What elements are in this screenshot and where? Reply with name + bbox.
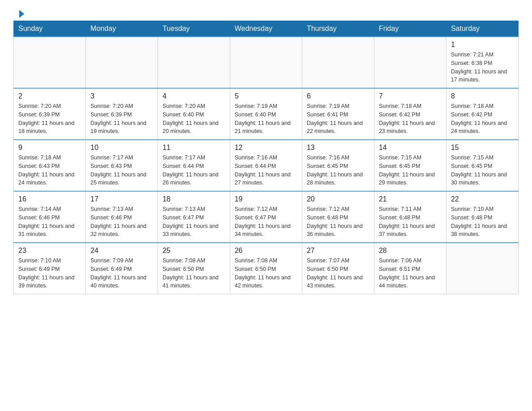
day-info: Sunrise: 7:21 AM Sunset: 6:38 PM Dayligh…: [451, 51, 514, 84]
calendar-cell: 24Sunrise: 7:09 AM Sunset: 6:49 PM Dayli…: [86, 243, 158, 294]
calendar-cell: 27Sunrise: 7:07 AM Sunset: 6:50 PM Dayli…: [302, 243, 374, 294]
calendar-week-row: 1Sunrise: 7:21 AM Sunset: 6:38 PM Daylig…: [14, 37, 519, 88]
day-number: 21: [379, 195, 442, 203]
day-info: Sunrise: 7:19 AM Sunset: 6:40 PM Dayligh…: [235, 102, 297, 136]
day-info: Sunrise: 7:09 AM Sunset: 6:49 PM Dayligh…: [90, 257, 153, 290]
day-number: 19: [235, 195, 297, 203]
calendar-week-row: 16Sunrise: 7:14 AM Sunset: 6:46 PM Dayli…: [14, 191, 519, 243]
calendar-cell: [86, 37, 158, 88]
calendar-table: SundayMondayTuesdayWednesdayThursdayFrid…: [13, 21, 519, 294]
day-info: Sunrise: 7:06 AM Sunset: 6:51 PM Dayligh…: [379, 257, 442, 290]
calendar-cell: [446, 243, 518, 294]
logo: [13, 9, 24, 16]
day-number: 28: [379, 247, 442, 255]
day-info: Sunrise: 7:12 AM Sunset: 6:48 PM Dayligh…: [307, 205, 369, 239]
calendar-cell: 18Sunrise: 7:13 AM Sunset: 6:47 PM Dayli…: [158, 191, 230, 243]
day-number: 10: [90, 144, 153, 152]
column-header-thursday: Thursday: [302, 21, 374, 37]
calendar-cell: [374, 37, 446, 88]
calendar-cell: 10Sunrise: 7:17 AM Sunset: 6:43 PM Dayli…: [86, 140, 158, 191]
day-info: Sunrise: 7:15 AM Sunset: 6:45 PM Dayligh…: [379, 154, 442, 187]
day-number: 6: [307, 92, 369, 100]
day-info: Sunrise: 7:18 AM Sunset: 6:42 PM Dayligh…: [451, 102, 514, 136]
day-info: Sunrise: 7:10 AM Sunset: 6:49 PM Dayligh…: [18, 257, 81, 290]
day-info: Sunrise: 7:11 AM Sunset: 6:48 PM Dayligh…: [379, 205, 442, 239]
day-number: 12: [235, 144, 297, 152]
day-number: 2: [18, 92, 81, 100]
calendar-cell: 17Sunrise: 7:13 AM Sunset: 6:46 PM Dayli…: [86, 191, 158, 243]
day-number: 20: [307, 195, 369, 203]
calendar-cell: 9Sunrise: 7:18 AM Sunset: 6:43 PM Daylig…: [14, 140, 86, 191]
calendar-cell: 6Sunrise: 7:19 AM Sunset: 6:41 PM Daylig…: [302, 88, 374, 140]
column-header-sunday: Sunday: [14, 21, 86, 37]
day-info: Sunrise: 7:16 AM Sunset: 6:45 PM Dayligh…: [307, 154, 369, 187]
day-number: 14: [379, 144, 442, 152]
calendar-cell: 25Sunrise: 7:08 AM Sunset: 6:50 PM Dayli…: [158, 243, 230, 294]
calendar-cell: 22Sunrise: 7:10 AM Sunset: 6:48 PM Dayli…: [446, 191, 518, 243]
day-info: Sunrise: 7:16 AM Sunset: 6:44 PM Dayligh…: [235, 154, 297, 187]
day-number: 3: [90, 92, 153, 100]
day-number: 16: [18, 195, 81, 203]
calendar-cell: 3Sunrise: 7:20 AM Sunset: 6:39 PM Daylig…: [86, 88, 158, 140]
day-info: Sunrise: 7:14 AM Sunset: 6:46 PM Dayligh…: [18, 205, 81, 239]
day-number: 24: [90, 247, 153, 255]
calendar-cell: [302, 37, 374, 88]
day-number: 27: [307, 247, 369, 255]
column-header-tuesday: Tuesday: [158, 21, 230, 37]
day-number: 11: [163, 144, 225, 152]
day-info: Sunrise: 7:20 AM Sunset: 6:39 PM Dayligh…: [90, 102, 153, 136]
day-number: 9: [18, 144, 81, 152]
logo-flag-icon: [14, 9, 24, 19]
day-info: Sunrise: 7:07 AM Sunset: 6:50 PM Dayligh…: [307, 257, 369, 290]
day-info: Sunrise: 7:13 AM Sunset: 6:46 PM Dayligh…: [90, 205, 153, 239]
day-info: Sunrise: 7:13 AM Sunset: 6:47 PM Dayligh…: [163, 205, 225, 239]
calendar-cell: 23Sunrise: 7:10 AM Sunset: 6:49 PM Dayli…: [14, 243, 86, 294]
calendar-cell: 21Sunrise: 7:11 AM Sunset: 6:48 PM Dayli…: [374, 191, 446, 243]
calendar-cell: 1Sunrise: 7:21 AM Sunset: 6:38 PM Daylig…: [446, 37, 518, 88]
calendar-cell: 14Sunrise: 7:15 AM Sunset: 6:45 PM Dayli…: [374, 140, 446, 191]
calendar-cell: 8Sunrise: 7:18 AM Sunset: 6:42 PM Daylig…: [446, 88, 518, 140]
column-header-saturday: Saturday: [446, 21, 518, 37]
column-header-monday: Monday: [86, 21, 158, 37]
day-number: 5: [235, 92, 297, 100]
day-number: 7: [379, 92, 442, 100]
calendar-week-row: 9Sunrise: 7:18 AM Sunset: 6:43 PM Daylig…: [14, 140, 519, 191]
day-info: Sunrise: 7:08 AM Sunset: 6:50 PM Dayligh…: [235, 257, 297, 290]
calendar-header-row: SundayMondayTuesdayWednesdayThursdayFrid…: [14, 21, 519, 37]
day-info: Sunrise: 7:19 AM Sunset: 6:41 PM Dayligh…: [307, 102, 369, 136]
day-info: Sunrise: 7:15 AM Sunset: 6:45 PM Dayligh…: [451, 154, 514, 187]
calendar-cell: 20Sunrise: 7:12 AM Sunset: 6:48 PM Dayli…: [302, 191, 374, 243]
day-info: Sunrise: 7:08 AM Sunset: 6:50 PM Dayligh…: [163, 257, 225, 290]
day-info: Sunrise: 7:20 AM Sunset: 6:39 PM Dayligh…: [18, 102, 81, 136]
calendar-cell: 16Sunrise: 7:14 AM Sunset: 6:46 PM Dayli…: [14, 191, 86, 243]
calendar-cell: 28Sunrise: 7:06 AM Sunset: 6:51 PM Dayli…: [374, 243, 446, 294]
day-number: 25: [163, 247, 225, 255]
day-info: Sunrise: 7:12 AM Sunset: 6:47 PM Dayligh…: [235, 205, 297, 239]
calendar-cell: 5Sunrise: 7:19 AM Sunset: 6:40 PM Daylig…: [230, 88, 302, 140]
calendar-cell: [158, 37, 230, 88]
day-number: 18: [163, 195, 225, 203]
calendar-cell: 13Sunrise: 7:16 AM Sunset: 6:45 PM Dayli…: [302, 140, 374, 191]
day-number: 22: [451, 195, 514, 203]
calendar-cell: 2Sunrise: 7:20 AM Sunset: 6:39 PM Daylig…: [14, 88, 86, 140]
day-number: 1: [451, 41, 514, 49]
calendar-cell: 19Sunrise: 7:12 AM Sunset: 6:47 PM Dayli…: [230, 191, 302, 243]
day-number: 26: [235, 247, 297, 255]
day-info: Sunrise: 7:20 AM Sunset: 6:40 PM Dayligh…: [163, 102, 225, 136]
column-header-wednesday: Wednesday: [230, 21, 302, 37]
page-header: [13, 9, 519, 16]
calendar-week-row: 23Sunrise: 7:10 AM Sunset: 6:49 PM Dayli…: [14, 243, 519, 294]
calendar-cell: [14, 37, 86, 88]
day-info: Sunrise: 7:17 AM Sunset: 6:44 PM Dayligh…: [163, 154, 225, 187]
column-header-friday: Friday: [374, 21, 446, 37]
calendar-cell: 7Sunrise: 7:18 AM Sunset: 6:42 PM Daylig…: [374, 88, 446, 140]
calendar-cell: [230, 37, 302, 88]
day-info: Sunrise: 7:18 AM Sunset: 6:42 PM Dayligh…: [379, 102, 442, 136]
calendar-cell: 12Sunrise: 7:16 AM Sunset: 6:44 PM Dayli…: [230, 140, 302, 191]
calendar-cell: 15Sunrise: 7:15 AM Sunset: 6:45 PM Dayli…: [446, 140, 518, 191]
day-number: 4: [163, 92, 225, 100]
day-number: 15: [451, 144, 514, 152]
day-number: 17: [90, 195, 153, 203]
day-number: 13: [307, 144, 369, 152]
calendar-cell: 26Sunrise: 7:08 AM Sunset: 6:50 PM Dayli…: [230, 243, 302, 294]
